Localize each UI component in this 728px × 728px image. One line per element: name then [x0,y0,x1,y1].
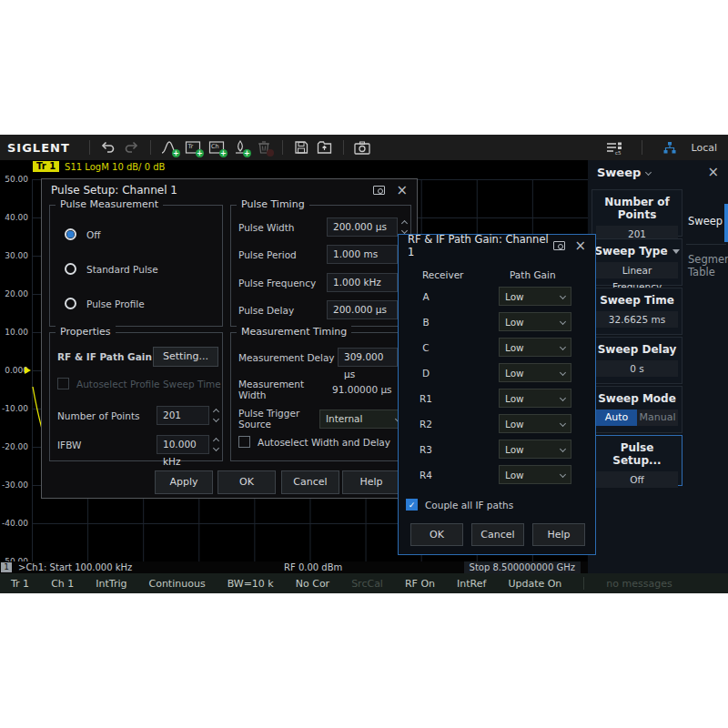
receiver-c-gain-dropdown[interactable]: Low [499,338,571,357]
tab-divider [686,244,726,245]
autoselect-width-row[interactable]: Autoselect Width and Delay [238,436,390,448]
path-gain-dialog-titlebar[interactable]: RF & IF Path Gain: Channel 1 × [399,235,595,257]
status-sweep-mode[interactable]: Continuous [148,578,205,590]
sweep-panel-header: Sweep × [588,160,728,184]
add-channel-icon[interactable]: Ch+ [205,136,228,158]
spin-down-icon[interactable] [213,416,219,422]
checkbox-unchecked-icon[interactable] [238,436,250,448]
spin-down-icon[interactable] [213,445,219,451]
apply-button[interactable]: Apply [155,470,213,494]
tab-segment-table[interactable]: Segment Table [688,253,728,278]
radio-off[interactable]: Off [65,228,101,240]
status-trigger[interactable]: IntTrig [96,578,126,590]
pulse-delay-input[interactable]: 200.000 µs [327,300,407,319]
sweep-mode-auto-button[interactable]: Auto [596,410,637,426]
add-measurement-icon[interactable]: + [157,136,181,158]
close-panel-icon[interactable]: × [707,166,719,179]
receiver-r2-gain-dropdown[interactable]: Low [499,414,571,433]
pulse-setup-value: Off [596,471,678,488]
cancel-button[interactable]: Cancel [471,523,524,546]
cancel-button[interactable]: Cancel [281,470,339,494]
dialog-screenshot-icon[interactable] [373,186,385,195]
sweep-mode-manual-button[interactable]: Manual [637,410,678,426]
help-button[interactable]: Help [532,523,585,546]
measurement-delay-input[interactable]: 309.000 µs [338,348,407,367]
sweep-time-control[interactable]: Sweep Time 32.6625 ms [592,288,682,335]
status-rf[interactable]: RF On [405,578,435,590]
sweep-type-control[interactable]: Sweep Type Linear Frequency [592,238,682,286]
dialog-close-icon[interactable]: × [396,184,408,197]
sweep-delay-control[interactable]: Sweep Delay 0 s [592,337,682,384]
y-axis-tick: -10.00 [0,403,28,414]
number-of-points-control[interactable]: Number of Points 201 [592,189,682,237]
status-update[interactable]: Update On [508,578,561,590]
number-of-points-label: Number of Points [592,190,682,226]
help-button[interactable]: Help [342,470,400,494]
dropdown-arrow-icon [672,249,680,254]
screen-config-icon[interactable]: c5 [602,136,626,158]
points-input[interactable]: 201 [157,406,218,425]
status-channel[interactable]: Ch 1 [51,578,74,590]
status-reference[interactable]: IntRef [457,578,486,590]
couple-if-paths-row[interactable]: ✓ Couple all IF paths [406,499,513,511]
sweep-type-value[interactable]: Linear Frequency [596,262,678,278]
trace-params-label[interactable]: S11 LogM 10 dB/ 0 dB [65,162,165,172]
pulse-width-input[interactable]: 200.000 µs [327,217,407,237]
tab-sweep[interactable]: Sweep [688,215,723,228]
svg-text:c5: c5 [615,149,622,155]
undo-icon[interactable] [96,136,120,158]
channel-badge[interactable]: 1 [1,562,12,572]
receiver-r1-gain-dropdown[interactable]: Low [499,389,571,408]
save-icon[interactable] [289,136,313,158]
pulse-setup-dialog: Pulse Setup: Channel 1 × Pulse Measureme… [41,178,418,499]
path-gain-label: RF & IF Path Gain [57,351,153,362]
trace-number-chip[interactable]: Tr 1 [33,161,59,172]
receiver-r3-gain-dropdown[interactable]: Low [499,440,571,459]
plus-badge-icon: + [219,149,228,157]
sweep-delay-value[interactable]: 0 s [596,360,678,377]
receiver-a-gain-dropdown[interactable]: Low [499,287,571,306]
pulse-measurement-group: Pulse Measurement Off Standard Pulse Pul… [49,205,223,327]
spin-up-icon[interactable] [213,438,219,444]
recall-icon[interactable] [313,136,337,158]
pulse-setup-control[interactable]: Pulse Setup... Off [592,435,682,486]
ok-button[interactable]: OK [217,470,276,494]
screenshot-icon[interactable] [350,136,374,158]
status-bandwidth[interactable]: BW=10 k [228,578,274,590]
path-gain-dialog-title: RF & IF Path Gain: Channel 1 [408,233,553,258]
checkbox-checked-icon[interactable]: ✓ [406,499,418,511]
dialog-screenshot-icon[interactable] [553,241,565,250]
radio-icon[interactable] [65,298,76,309]
sweep-time-value[interactable]: 32.6625 ms [596,311,678,328]
ifbw-input[interactable]: 10.000 kHz [157,435,218,454]
setting-button[interactable]: Setting... [153,347,218,367]
receiver-d-gain-dropdown[interactable]: Low [499,363,571,382]
add-trace-icon[interactable]: Tr+ [181,136,205,158]
delete-icon [252,136,276,158]
status-correction[interactable]: No Cor [296,578,329,590]
spin-down-icon[interactable] [401,228,408,234]
local-mode-label[interactable]: Local [691,142,721,154]
dialog-close-icon[interactable]: × [574,239,586,253]
radio-pulse-profile[interactable]: Pulse Profile [65,298,145,309]
sweep-panel-title[interactable]: Sweep [597,166,641,179]
radio-icon[interactable] [65,263,76,275]
radio-standard-pulse[interactable]: Standard Pulse [65,263,158,275]
ok-button[interactable]: OK [410,523,463,546]
network-icon[interactable] [658,136,682,158]
pulse-period-input[interactable]: 1.000 ms [327,245,407,264]
trigger-source-dropdown[interactable]: Internal [319,410,407,429]
add-marker-icon[interactable]: + [228,136,252,158]
radio-standard-pulse-label: Standard Pulse [86,264,158,275]
spin-up-icon[interactable] [213,409,219,415]
receiver-r4-gain-dropdown[interactable]: Low [499,465,571,484]
pulse-measurement-group-title: Pulse Measurement [56,198,163,210]
status-trace[interactable]: Tr 1 [11,578,29,590]
spin-up-icon[interactable] [401,220,408,227]
radio-selected-icon[interactable] [65,228,76,240]
pulse-frequency-input[interactable]: 1.000 kHz [327,273,407,292]
y-axis-tick: -20.00 [0,441,28,452]
receiver-b-gain-dropdown[interactable]: Low [499,312,571,331]
start-frequency-label: >Ch1: Start 100.000 kHz [18,561,132,573]
disabled-badge-icon [267,149,274,157]
